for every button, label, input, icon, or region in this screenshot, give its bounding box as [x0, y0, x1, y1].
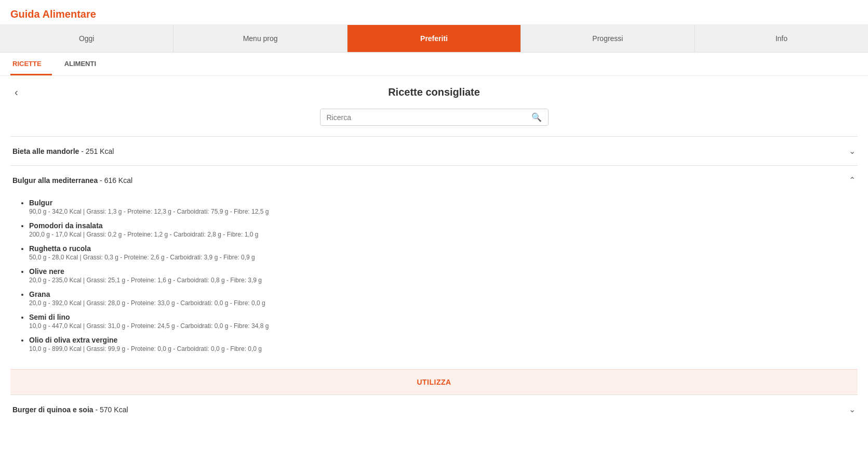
page-title: Ricette consigliate — [10, 86, 858, 98]
search-wrapper: 🔍 — [320, 109, 549, 126]
chevron-down-bieta: ⌄ — [849, 146, 856, 156]
search-input[interactable] — [327, 113, 531, 122]
ingredient-details: 10,0 g - 899,0 Kcal | Grassi: 99,9 g - P… — [29, 345, 853, 352]
recipe-bulgur-alla-mediterranea: Bulgur alla mediterranea - 616 Kcal ⌃ Bu… — [10, 165, 858, 395]
recipe-title-bulgur: Bulgur alla mediterranea - 616 Kcal — [12, 176, 132, 185]
search-container: 🔍 — [10, 109, 858, 126]
ingredient-name: Grana — [29, 290, 853, 298]
recipe-bieta-alle-mandorle: Bieta alle mandorle - 251 Kcal ⌄ — [10, 136, 858, 165]
recipe-title-burger: Burger di quinoa e soia - 570 Kcal — [12, 405, 128, 414]
recipe-header-bulgur[interactable]: Bulgur alla mediterranea - 616 Kcal ⌃ — [10, 166, 858, 194]
list-item: Bulgur 90,0 g - 342,0 Kcal | Grassi: 1,3… — [29, 199, 853, 215]
sub-tab-ricette[interactable]: RICETTE — [10, 53, 52, 75]
back-button[interactable]: ‹ — [10, 84, 22, 100]
tab-menu-prog[interactable]: Menu prog — [173, 25, 347, 52]
app-title: Guida Alimentare — [10, 8, 96, 20]
recipe-burger-di-quinoa: Burger di quinoa e soia - 570 Kcal ⌄ — [10, 395, 858, 424]
ingredient-name: Bulgur — [29, 199, 853, 207]
list-item: Semi di lino 10,0 g - 447,0 Kcal | Grass… — [29, 313, 853, 330]
recipe-header-burger[interactable]: Burger di quinoa e soia - 570 Kcal ⌄ — [10, 395, 858, 424]
ingredient-details: 90,0 g - 342,0 Kcal | Grassi: 1,3 g - Pr… — [29, 208, 853, 215]
ingredient-list-bulgur: Bulgur 90,0 g - 342,0 Kcal | Grassi: 1,3… — [21, 199, 853, 352]
tab-oggi[interactable]: Oggi — [0, 25, 173, 52]
chevron-up-bulgur: ⌃ — [849, 175, 856, 185]
main-content: ‹ Ricette consigliate 🔍 Bieta alle mando… — [0, 76, 868, 424]
chevron-down-burger: ⌄ — [849, 404, 856, 414]
tab-preferiti[interactable]: Preferiti — [348, 25, 521, 52]
app-header: Guida Alimentare — [0, 0, 868, 25]
ingredient-name: Pomodori da insalata — [29, 221, 853, 230]
recipe-content-bulgur: Bulgur 90,0 g - 342,0 Kcal | Grassi: 1,3… — [10, 194, 858, 367]
nav-tabs: Oggi Menu prog Preferiti Progressi Info — [0, 25, 868, 53]
page-header-row: ‹ Ricette consigliate — [10, 76, 858, 109]
tab-info[interactable]: Info — [695, 25, 868, 52]
ingredient-name: Olio di oliva extra vergine — [29, 336, 853, 344]
list-item: Pomodori da insalata 200,0 g - 17,0 Kcal… — [29, 221, 853, 238]
list-item: Olive nere 20,0 g - 235,0 Kcal | Grassi:… — [29, 267, 853, 284]
recipe-header-bieta[interactable]: Bieta alle mandorle - 251 Kcal ⌄ — [10, 137, 858, 165]
ingredient-name: Rughetta o rucola — [29, 244, 853, 253]
recipe-title-bieta: Bieta alle mandorle - 251 Kcal — [12, 147, 114, 155]
ingredient-details: 200,0 g - 17,0 Kcal | Grassi: 0,2 g - Pr… — [29, 231, 853, 238]
list-item: Olio di oliva extra vergine 10,0 g - 899… — [29, 336, 853, 352]
search-icon: 🔍 — [531, 112, 542, 122]
list-item: Grana 20,0 g - 392,0 Kcal | Grassi: 28,0… — [29, 290, 853, 307]
ingredient-details: 20,0 g - 235,0 Kcal | Grassi: 25,1 g - P… — [29, 277, 853, 284]
ingredient-name: Semi di lino — [29, 313, 853, 321]
utilizza-button-bulgur[interactable]: UTILIZZA — [10, 369, 858, 395]
list-item: Rughetta o rucola 50,0 g - 28,0 Kcal | G… — [29, 244, 853, 261]
ingredient-details: 20,0 g - 392,0 Kcal | Grassi: 28,0 g - P… — [29, 299, 853, 307]
recipe-kcal-bulgur: - 616 Kcal — [100, 176, 132, 185]
recipe-kcal-bieta: - 251 Kcal — [81, 147, 114, 155]
tab-progressi[interactable]: Progressi — [521, 25, 695, 52]
ingredient-name: Olive nere — [29, 267, 853, 276]
sub-tab-alimenti[interactable]: ALIMENTI — [62, 53, 106, 75]
ingredient-details: 10,0 g - 447,0 Kcal | Grassi: 31,0 g - P… — [29, 322, 853, 330]
sub-tabs: RICETTE ALIMENTI — [0, 53, 868, 76]
recipe-kcal-burger: - 570 Kcal — [95, 405, 128, 414]
ingredient-details: 50,0 g - 28,0 Kcal | Grassi: 0,3 g - Pro… — [29, 254, 853, 261]
